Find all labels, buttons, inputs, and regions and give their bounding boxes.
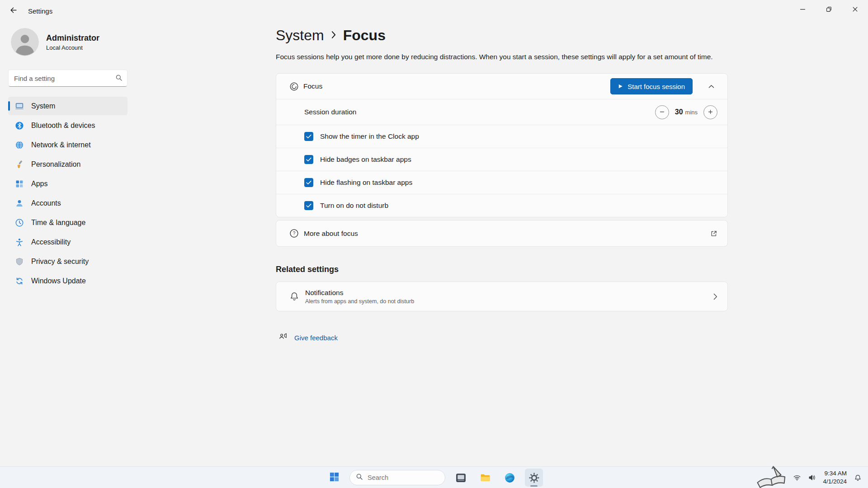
file-explorer-icon[interactable] [476, 469, 494, 487]
focus-header-row: Focus Start focus session [276, 74, 727, 99]
main-content: System Focus Focus sessions help you get… [276, 22, 728, 343]
settings-search-input[interactable] [8, 70, 127, 87]
sidebar-item-label: Privacy & security [31, 258, 89, 266]
restore-icon [826, 6, 832, 14]
settings-app-icon[interactable] [525, 469, 543, 487]
system-icon [15, 102, 24, 111]
sidebar-item-time-language[interactable]: Time & language [8, 213, 127, 232]
clock-time: 9:34 AM [823, 469, 847, 478]
breadcrumb: System Focus [276, 27, 728, 44]
taskbar-search[interactable] [349, 470, 445, 485]
sidebar-item-system[interactable]: System [8, 97, 127, 115]
hidden-icons-chevron[interactable] [777, 474, 786, 482]
back-arrow-icon [9, 6, 17, 15]
volume-icon [806, 471, 818, 484]
start-focus-session-button[interactable]: Start focus session [610, 78, 693, 94]
sidebar: Administrator Local Account System Bluet… [0, 22, 136, 466]
duration-decrease-button[interactable] [655, 105, 669, 119]
session-duration-row: Session duration 30 mins [276, 99, 727, 125]
restore-button[interactable] [816, 0, 842, 20]
more-about-focus-link[interactable]: ? More about focus [276, 221, 727, 246]
option-label: Show the timer in the Clock app [320, 132, 419, 141]
minimize-button[interactable] [789, 0, 816, 20]
notifications-subtitle: Alerts from apps and system, do not dist… [305, 298, 414, 305]
notifications-title: Notifications [305, 289, 414, 297]
checkbox-checked[interactable] [304, 132, 313, 141]
option-label: Hide flashing on taskbar apps [320, 178, 412, 187]
close-icon [852, 6, 858, 14]
sidebar-item-accounts[interactable]: Accounts [8, 194, 127, 212]
bluetooth-icon [15, 121, 24, 130]
chevron-right-icon [713, 293, 717, 300]
focus-expander-button[interactable] [703, 80, 719, 93]
clock-icon [15, 218, 24, 227]
external-link-icon [710, 230, 717, 237]
sidebar-item-apps[interactable]: Apps [8, 174, 127, 193]
tray-status-icons[interactable] [791, 471, 818, 484]
breadcrumb-focus: Focus [343, 27, 386, 44]
window-title: Settings [28, 7, 52, 15]
account-type: Local Account [46, 44, 99, 51]
bell-icon [289, 291, 300, 302]
duration-unit: mins [685, 109, 698, 116]
sidebar-item-personalization[interactable]: Personalization [8, 155, 127, 174]
sidebar-item-label: Apps [31, 180, 47, 188]
sidebar-item-label: Bluetooth & devices [31, 122, 95, 130]
more-about-focus-card: ? More about focus [276, 220, 728, 247]
help-question-icon: ? [289, 228, 299, 239]
minimize-icon [800, 6, 806, 14]
session-duration-label: Session duration [304, 108, 356, 116]
taskbar-photos-app-icon[interactable] [452, 469, 470, 487]
account-block[interactable]: Administrator Local Account [8, 28, 127, 56]
option-label: Turn on do not disturb [320, 202, 388, 210]
search-icon [115, 74, 123, 83]
clock-date: 4/1/2024 [823, 478, 847, 486]
start-button[interactable] [325, 469, 343, 487]
sidebar-item-windows-update[interactable]: Windows Update [8, 272, 127, 290]
sidebar-item-privacy[interactable]: Privacy & security [8, 252, 127, 271]
sidebar-item-label: System [31, 102, 55, 110]
svg-text:?: ? [293, 231, 296, 236]
play-icon [618, 83, 623, 90]
edge-browser-icon[interactable] [500, 469, 519, 487]
duration-display: 30 mins [675, 108, 698, 116]
sidebar-item-label: Accessibility [31, 238, 71, 246]
sidebar-item-label: Time & language [31, 219, 85, 227]
give-feedback-link[interactable]: Give feedback [294, 334, 338, 342]
checkbox-checked[interactable] [304, 155, 313, 164]
focus-card: Focus Start focus session Session durati… [276, 73, 728, 217]
network-icon [791, 471, 803, 484]
breadcrumb-system[interactable]: System [276, 27, 324, 44]
accounts-person-icon [15, 199, 24, 208]
close-button[interactable] [842, 0, 868, 20]
accessibility-person-icon [15, 238, 24, 247]
start-focus-session-label: Start focus session [627, 83, 685, 90]
notification-bell-icon[interactable] [851, 471, 864, 484]
sidebar-item-accessibility[interactable]: Accessibility [8, 233, 127, 251]
duration-increase-button[interactable] [703, 105, 717, 119]
taskbar-center [325, 467, 543, 488]
shield-icon [15, 257, 24, 266]
sidebar-item-bluetooth[interactable]: Bluetooth & devices [8, 116, 127, 135]
sidebar-item-label: Windows Update [31, 277, 86, 285]
sidebar-item-network[interactable]: Network & internet [8, 136, 127, 154]
checkbox-checked[interactable] [304, 201, 313, 210]
avatar [11, 28, 39, 56]
page-description: Focus sessions help you get more done by… [276, 53, 728, 61]
option-row-dnd: Turn on do not disturb [276, 194, 727, 217]
option-row-flashing: Hide flashing on taskbar apps [276, 171, 727, 194]
apps-grid-icon [15, 179, 24, 188]
focus-icon [289, 81, 299, 92]
sidebar-nav: System Bluetooth & devices Network & int… [8, 97, 127, 290]
notifications-card[interactable]: Notifications Alerts from apps and syste… [276, 282, 728, 311]
duration-value: 30 [675, 108, 683, 116]
checkbox-checked[interactable] [304, 178, 313, 187]
taskbar-search-input[interactable] [368, 474, 435, 481]
account-text: Administrator Local Account [46, 33, 99, 51]
breadcrumb-chevron-icon [330, 30, 337, 41]
sidebar-item-label: Personalization [31, 160, 80, 169]
personalization-brush-icon [15, 160, 24, 169]
back-button[interactable] [3, 3, 24, 19]
taskbar-clock[interactable]: 9:34 AM 4/1/2024 [823, 469, 847, 485]
option-row-timer: Show the timer in the Clock app [276, 125, 727, 148]
